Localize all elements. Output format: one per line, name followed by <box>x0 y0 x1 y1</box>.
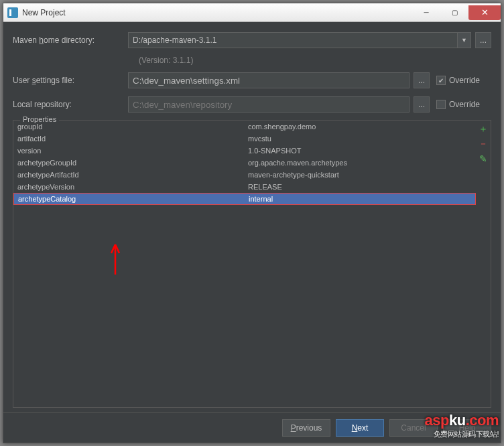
maven-home-combo[interactable]: D:/apache-maven-3.1.1 ▼ <box>128 32 471 48</box>
property-value: com.shengpay.demo <box>248 123 476 131</box>
user-settings-label: User settings file: <box>13 76 128 85</box>
local-repo-browse-button[interactable]: ... <box>414 96 430 113</box>
maven-home-value[interactable]: D:/apache-maven-3.1.1 <box>128 32 458 48</box>
checkbox-checked-icon[interactable] <box>436 76 446 85</box>
property-value: RELEASE <box>248 183 476 191</box>
property-value: internal <box>249 195 475 203</box>
properties-side-buttons: ＋ － ✎ <box>476 121 491 407</box>
table-row[interactable]: archetypeVersionRELEASE <box>13 181 476 193</box>
maximize-button[interactable]: ▢ <box>440 5 468 20</box>
checkbox-unchecked-icon[interactable] <box>436 100 446 109</box>
next-button[interactable]: Next <box>336 419 384 437</box>
local-repo-input[interactable] <box>128 96 410 113</box>
table-row[interactable]: archetypeArtifactIdmaven-archetype-quick… <box>13 169 476 181</box>
maven-home-browse-button[interactable]: ... <box>475 32 491 48</box>
close-button[interactable]: ✕ <box>468 5 501 20</box>
content-area: Maven home directory: D:/apache-maven-3.… <box>3 22 501 408</box>
cancel-button[interactable]: Cancel <box>389 419 438 437</box>
maven-home-row: Maven home directory: D:/apache-maven-3.… <box>13 31 491 49</box>
help-button[interactable]: Help <box>443 419 491 437</box>
property-key: archetypeVersion <box>13 183 248 191</box>
table-row[interactable]: archetypeCataloginternal <box>13 193 476 205</box>
override-label: Override <box>449 76 480 85</box>
property-value: mvcstu <box>248 135 476 143</box>
remove-property-button[interactable]: － <box>477 138 489 150</box>
titlebar: New Project ─ ▢ ✕ <box>3 3 501 22</box>
app-icon <box>7 7 18 18</box>
table-row[interactable]: archetypeGroupIdorg.apache.maven.archety… <box>13 157 476 169</box>
property-value: org.apache.maven.archetypes <box>248 159 476 167</box>
local-repo-label: Local repository: <box>13 100 128 109</box>
property-key: archetypeArtifactId <box>13 171 248 179</box>
table-row[interactable]: artifactIdmvcstu <box>13 133 476 145</box>
window-buttons: ─ ▢ ✕ <box>412 5 501 20</box>
edit-property-button[interactable]: ✎ <box>477 153 489 165</box>
user-settings-override[interactable]: Override <box>436 76 491 85</box>
property-key: groupId <box>13 123 248 131</box>
add-property-button[interactable]: ＋ <box>477 123 489 135</box>
property-value: maven-archetype-quickstart <box>248 171 476 179</box>
properties-legend: Properties <box>20 115 59 123</box>
property-key: archetypeCatalog <box>14 195 249 203</box>
dialog-window: New Project ─ ▢ ✕ Maven home directory: … <box>3 3 501 443</box>
maven-home-dropdown-button[interactable]: ▼ <box>458 32 471 48</box>
maven-version-text: (Version: 3.1.1) <box>139 56 491 65</box>
table-row[interactable]: groupIdcom.shengpay.demo <box>13 121 476 133</box>
minimize-button[interactable]: ─ <box>412 5 440 20</box>
property-key: archetypeGroupId <box>13 159 248 167</box>
user-settings-input[interactable] <box>128 72 410 88</box>
user-settings-row: User settings file: ... Override <box>13 72 491 89</box>
property-key: version <box>13 147 248 155</box>
previous-button[interactable]: Previous <box>282 419 330 437</box>
property-value: 1.0-SNAPSHOT <box>248 147 476 155</box>
local-repo-row: Local repository: ... Override <box>13 96 491 113</box>
user-settings-browse-button[interactable]: ... <box>414 72 430 88</box>
maven-home-label: Maven home directory: <box>13 35 128 45</box>
properties-table[interactable]: groupIdcom.shengpay.demoartifactIdmvcstu… <box>13 121 476 407</box>
table-row[interactable]: version1.0-SNAPSHOT <box>13 145 476 157</box>
footer: Previous Next Cancel Help <box>3 412 501 443</box>
override-label: Override <box>449 100 480 109</box>
property-key: artifactId <box>13 135 248 143</box>
window-title: New Project <box>22 8 66 17</box>
local-repo-override[interactable]: Override <box>436 100 491 109</box>
properties-panel: Properties groupIdcom.shengpay.demoartif… <box>13 120 491 408</box>
